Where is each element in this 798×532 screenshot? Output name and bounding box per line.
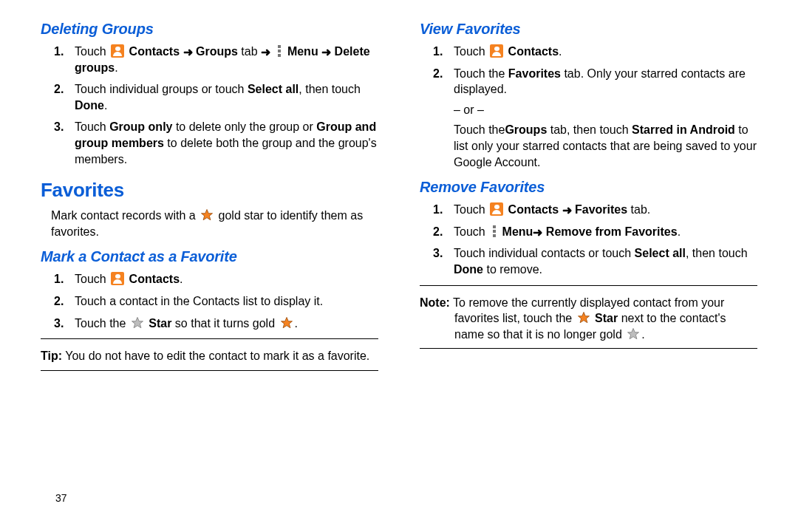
svg-marker-2 <box>281 317 292 327</box>
heading-deleting-groups: Deleting Groups <box>41 19 378 39</box>
arrow-icon: ➜ <box>321 44 331 61</box>
group-only-label: Group only <box>109 120 172 133</box>
list-item: Touch a contact in the Contacts list to … <box>75 293 378 310</box>
note-block: Note: To remove the currently displayed … <box>420 295 757 343</box>
groups-label: Groups <box>196 45 238 58</box>
step-text: Touch <box>75 120 109 133</box>
menu-icon <box>491 225 498 237</box>
svg-marker-4 <box>628 328 639 338</box>
step-text: Touch the <box>75 317 129 330</box>
contacts-icon <box>111 44 124 58</box>
step-text: , then touch <box>686 247 748 259</box>
contacts-label: Contacts <box>129 45 180 58</box>
list-item: Touch Contacts ➜ Favorites tab. <box>454 202 757 218</box>
step-text: tab, then touch <box>547 123 632 136</box>
menu-label: Menu <box>287 45 318 58</box>
favorites-label: Favorites <box>508 67 561 80</box>
step-text: Touch <box>75 273 109 285</box>
select-all-label: Select all <box>635 247 686 259</box>
step-text: tab <box>241 45 261 58</box>
step-text: . <box>559 45 562 58</box>
tip-text: You do not have to edit the contact to m… <box>62 349 369 362</box>
heading-mark-favorite: Mark a Contact as a Favorite <box>41 247 378 267</box>
step-text: . <box>104 99 107 112</box>
step-text: Touch the <box>454 67 508 80</box>
note-text: . <box>641 328 644 341</box>
groups-label: Groups <box>505 123 547 136</box>
list-item: Touch the Star so that it turns gold . <box>75 316 378 332</box>
star-label: Star <box>595 312 618 324</box>
step-text: to remove. <box>483 263 542 276</box>
arrow-icon: ➜ <box>183 44 193 61</box>
arrow-icon: ➜ <box>562 202 572 219</box>
mark-favorite-steps: Touch Contacts. Touch a contact in the C… <box>41 271 378 331</box>
star-gold-icon <box>577 311 590 324</box>
step-text: , then touch <box>299 83 361 95</box>
step-text: . <box>115 61 117 74</box>
favorites-label: Favorites <box>575 203 627 216</box>
step-text: so that it turns gold <box>175 317 279 330</box>
contacts-icon <box>490 202 503 216</box>
step-text: Touch <box>454 225 488 238</box>
arrow-icon: ➜ <box>261 44 270 61</box>
step-text: Touch <box>454 203 488 216</box>
svg-marker-3 <box>578 313 589 323</box>
step-text: Touch <box>75 45 109 58</box>
view-favorites-steps: Touch Contacts. Touch the Favorites tab.… <box>420 44 757 170</box>
list-item: Touch individual groups or touch Select … <box>75 81 378 113</box>
remove-label: Remove from Favorites <box>542 225 677 238</box>
star-gold-icon <box>280 316 293 330</box>
deleting-groups-steps: Touch Contacts ➜ Groups tab ➜ Menu ➜ Del… <box>41 44 378 167</box>
step-text: Touch <box>454 45 488 58</box>
list-item: Touch Contacts. <box>75 271 378 287</box>
arrow-icon: ➜ <box>533 225 542 241</box>
or-separator: – or – <box>454 102 757 118</box>
heading-remove-favorites: Remove Favorites <box>420 177 757 197</box>
list-item: Touch Group only to delete only the grou… <box>75 119 378 167</box>
contacts-label: Contacts <box>129 273 180 285</box>
list-item: Touch the Favorites tab. Only your starr… <box>454 66 757 171</box>
menu-label: Menu <box>502 225 533 238</box>
divider <box>41 370 378 371</box>
svg-marker-1 <box>132 317 143 327</box>
step-text: . <box>180 273 183 285</box>
remove-favorites-steps: Touch Contacts ➜ Favorites tab. Touch Me… <box>420 202 757 277</box>
step-text: Touch the <box>454 123 505 136</box>
right-column: View Favorites Touch Contacts. Touch the… <box>420 18 757 380</box>
select-all-label: Select all <box>248 83 299 95</box>
star-grey-icon <box>131 316 144 330</box>
step-text: to delete only the group or <box>172 120 316 133</box>
contacts-label: Contacts <box>508 45 559 58</box>
step-text: Touch individual groups or touch <box>75 83 248 95</box>
svg-marker-0 <box>202 210 213 220</box>
intro-text: Mark contact records with a <box>51 209 199 222</box>
left-column: Deleting Groups Touch Contacts ➜ Groups … <box>41 18 378 380</box>
tip-label: Tip: <box>41 349 62 362</box>
done-label: Done <box>454 263 483 276</box>
star-label: Star <box>149 317 171 330</box>
heading-view-favorites: View Favorites <box>420 19 757 39</box>
contacts-label: Contacts <box>508 203 559 216</box>
tip-block: Tip: You do not have to edit the contact… <box>41 348 378 364</box>
star-gold-icon <box>200 208 214 222</box>
step-text: . <box>678 225 681 238</box>
done-label: Done <box>75 99 104 112</box>
divider <box>41 338 378 339</box>
menu-icon <box>276 45 283 57</box>
note-label: Note: <box>420 296 450 309</box>
step-text: . <box>295 317 298 330</box>
list-item: Touch Contacts ➜ Groups tab ➜ Menu ➜ Del… <box>75 44 378 75</box>
list-item: Touch individual contacts or touch Selec… <box>454 245 757 277</box>
divider <box>420 348 757 349</box>
star-grey-icon <box>627 327 640 341</box>
alt-text: Touch theGroups tab, then touch Starred … <box>454 122 757 170</box>
list-item: Touch Menu➜ Remove from Favorites. <box>454 224 757 240</box>
contacts-icon <box>490 44 503 58</box>
heading-favorites: Favorites <box>41 177 378 203</box>
favorites-intro: Mark contact records with a gold star to… <box>51 208 378 239</box>
step-text: tab. <box>627 203 650 216</box>
divider <box>420 285 757 286</box>
list-item: Touch Contacts. <box>454 44 757 60</box>
starred-label: Starred in Android <box>632 123 735 136</box>
contacts-icon <box>111 272 124 285</box>
